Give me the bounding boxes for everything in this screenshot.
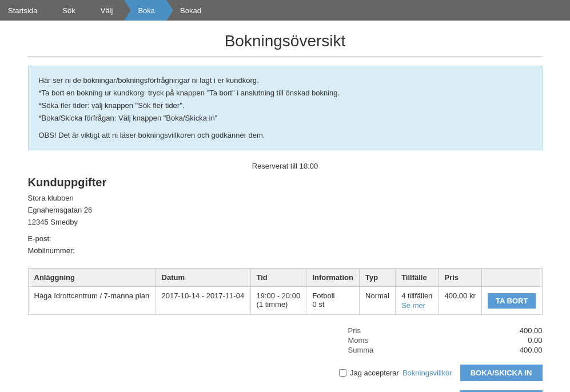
cell-date: 2017-10-14 - 2017-11-04 [156, 287, 250, 315]
info-line1: Här ser ni de bokningar/bokningsförfrågn… [39, 74, 532, 87]
customer-name: Stora klubben [28, 193, 543, 205]
col-tillfalle: Tillfälle [396, 269, 439, 287]
table-header-row: Anläggning Datum Tid Information Typ Til… [28, 269, 542, 287]
customer-heading: Kunduppgifter [28, 176, 543, 189]
terms-row: Jag accepterar Bokningsvillkor BOKA/SKIC… [28, 365, 543, 381]
col-pris: Pris [439, 269, 481, 287]
info-line2: *Ta bort en bokning ur kundkorg: tryck p… [39, 87, 532, 99]
summary-summa-row: Summa 400,00 [348, 346, 543, 354]
summary-moms-row: Moms 0,00 [348, 336, 543, 345]
page-title: Bokningsöversikt [28, 32, 543, 50]
col-information: Information [306, 269, 360, 287]
info-line3: *Söka fler tider: välj knappen "Sök fler… [39, 99, 532, 112]
col-tid: Tid [250, 269, 306, 287]
pris-label: Pris [348, 326, 361, 335]
col-datum: Datum [156, 269, 250, 287]
cell-price: 400,00 kr [439, 287, 481, 315]
info-box: Här ser ni de bokningar/bokningsförfrågn… [28, 66, 543, 150]
col-facility: Anläggning [28, 269, 156, 287]
col-typ: Typ [360, 269, 396, 287]
booking-table: Anläggning Datum Tid Information Typ Til… [28, 268, 543, 315]
customer-address2: 12345 Smedby [28, 217, 543, 229]
see-more-link[interactable]: Se mer [401, 301, 432, 310]
summa-value: 400,00 [520, 346, 543, 354]
customer-address1: Egnahemsgatan 26 [28, 205, 543, 217]
cell-occasions: 4 tillfällen Se mer [396, 287, 439, 315]
boka-button[interactable]: BOKA/SKICKA IN [460, 365, 543, 381]
terms-label: Jag accepterar [350, 369, 399, 377]
customer-email-label: E-post: [28, 233, 543, 245]
cell-facility: Haga Idrottcentrum / 7-manna plan [28, 287, 156, 315]
main-content: Bokningsöversikt Här ser ni de bokningar… [17, 21, 554, 392]
cell-information: Fotboll 0 st [306, 287, 360, 315]
ta-bort-button[interactable]: TA BORT [488, 293, 536, 309]
info-line4: *Boka/Skicka förfrågan: Välj knappen "Bo… [39, 112, 532, 125]
cell-type: Normal [360, 287, 396, 315]
cell-action: TA BORT [481, 287, 542, 315]
terms-checkbox[interactable] [339, 369, 346, 377]
reservation-time: Reserverat till 18:00 [28, 162, 543, 170]
col-action [481, 269, 542, 287]
breadcrumb: Startsida Sök Välj Boka Bokad [0, 0, 570, 21]
customer-section: Kunduppgifter Stora klubben Egnahemsgata… [28, 176, 543, 257]
summary-section: Pris 400,00 Moms 0,00 Summa 400,00 [28, 326, 543, 355]
moms-value: 0,00 [528, 336, 542, 345]
divider [28, 56, 543, 57]
customer-mobile-label: Mobilnummer: [28, 245, 543, 257]
breadcrumb-startsida[interactable]: Startsida [0, 0, 49, 21]
pris-value: 400,00 [520, 326, 543, 335]
moms-label: Moms [348, 336, 368, 345]
breadcrumb-bokad[interactable]: Bokad [166, 0, 213, 21]
summary-pris-row: Pris 400,00 [348, 326, 543, 335]
cell-time: 19:00 - 20:00 (1 timme) [250, 287, 306, 315]
summa-label: Summa [348, 346, 374, 354]
info-obs: OBS! Det är viktigt att ni läser bokning… [39, 129, 532, 142]
terms-link[interactable]: Bokningsvillkor [402, 369, 452, 377]
table-row: Haga Idrottcentrum / 7-manna plan 2017-1… [28, 287, 542, 315]
